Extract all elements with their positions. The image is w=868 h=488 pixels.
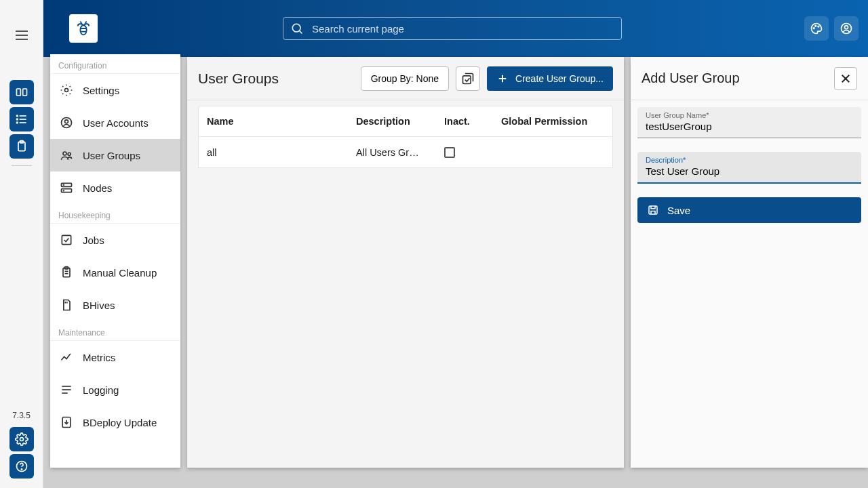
sidebar-item-nodes[interactable]: Nodes [50,171,180,204]
sd-card-icon [60,298,73,312]
group-by-label: Group By: None [371,73,439,84]
theme-button[interactable] [804,16,829,41]
chart-line-icon [60,350,73,364]
svg-point-22 [815,25,816,26]
main-header: User Groups Group By: None Create User G… [187,57,624,100]
sidebar-item-logging[interactable]: Logging [50,373,180,406]
cell-inactive [444,147,501,158]
svg-point-30 [68,152,71,155]
sidebar-item-metrics[interactable]: Metrics [50,341,180,373]
sidebar-item-bhives[interactable]: BHives [50,289,180,321]
account-button[interactable] [834,16,859,41]
check-square-icon [60,233,73,247]
svg-point-23 [818,26,819,27]
user-group-name-input[interactable] [646,119,853,135]
sidebar-item-user-accounts[interactable]: User Accounts [50,106,180,139]
list-icon [15,113,28,126]
svg-point-29 [63,152,66,155]
svg-rect-3 [16,89,20,96]
sidebar-section-maintenance: Maintenance [50,321,180,341]
gear-icon [15,432,28,446]
cell-name: all [207,147,356,158]
table-header-row: Name Description Inact. Global Permissio… [198,106,613,137]
svg-rect-51 [649,206,657,214]
help-icon [15,460,28,473]
sidebar-item-user-groups[interactable]: User Groups [50,139,180,171]
select-all-button[interactable] [456,66,480,91]
user-group-name-field[interactable]: User Group Name* [637,107,861,138]
svg-point-21 [813,28,814,29]
drawer-header: Add User Group [631,57,868,100]
description-field[interactable]: Description* [637,152,861,184]
app-version: 7.3.5 [12,411,31,420]
sidebar-item-label: User Groups [83,150,140,161]
svg-point-19 [292,24,300,32]
save-label: Save [667,205,690,216]
download-box-icon [60,415,73,429]
rail-divider [12,165,32,166]
rail-help-button[interactable] [9,454,34,479]
svg-point-28 [65,120,68,123]
svg-rect-4 [22,89,26,96]
rail-clipboard-button[interactable] [9,134,34,159]
sidebar-item-label: Logging [83,384,119,396]
sidebar-item-label: BDeploy Update [83,417,157,428]
svg-rect-35 [62,235,71,244]
lines-icon [60,383,73,396]
app-logo[interactable] [69,14,98,43]
sidebar-section-housekeeping: Housekeeping [50,204,180,224]
table-row[interactable]: all All Users Gr… [198,137,613,168]
sidebar-item-settings[interactable]: Settings [50,74,180,106]
column-header-inactive[interactable]: Inact. [444,116,501,127]
column-header-name[interactable]: Name [207,116,356,127]
field-label: User Group Name* [646,111,853,119]
svg-point-25 [845,26,848,29]
svg-rect-46 [463,75,471,83]
svg-point-10 [16,122,18,123]
sidebar-item-label: User Accounts [83,117,149,129]
sidebar-item-jobs[interactable]: Jobs [50,224,180,256]
description-input[interactable] [646,164,853,180]
search-input[interactable] [311,22,614,35]
svg-point-16 [80,25,86,35]
bee-icon [74,19,93,38]
close-drawer-button[interactable] [834,67,857,90]
svg-point-26 [65,89,68,92]
sidebar-section-configuration: Configuration [50,54,180,74]
app-bar [43,0,868,57]
clipboard-icon [15,140,28,153]
svg-point-34 [63,190,64,191]
svg-point-8 [16,115,18,117]
rail-workspace-button[interactable] [9,80,34,104]
left-rail: 7.3.5 [0,0,43,488]
sidebar-item-bdeploy-update[interactable]: BDeploy Update [50,406,180,439]
sidebar-item-label: BHives [83,300,115,311]
rail-list-button[interactable] [9,107,34,131]
save-button[interactable]: Save [637,197,861,223]
group-by-button[interactable]: Group By: None [361,66,449,91]
svg-point-15 [21,469,22,470]
user-circle-icon [60,116,73,129]
column-header-global-permission[interactable]: Global Permission [501,116,604,127]
main-panel: User Groups Group By: None Create User G… [187,57,624,468]
workspace-icon [15,85,28,99]
settings-sidebar: Configuration Settings User Accounts Use… [50,54,180,468]
drawer-title: Add User Group [642,70,834,86]
sidebar-item-manual-cleanup[interactable]: Manual Cleanup [50,256,180,289]
search-icon [290,22,304,35]
user-icon [840,22,853,35]
server-icon [60,181,73,195]
add-user-group-drawer: Add User Group User Group Name* Descript… [631,57,868,468]
select-all-icon [461,72,475,85]
rail-settings-button[interactable] [9,427,34,451]
search-box[interactable] [283,17,622,40]
save-icon [647,204,659,216]
users-icon [60,148,73,162]
svg-point-9 [16,119,18,120]
create-user-group-button[interactable]: Create User Group... [487,66,613,91]
page-title: User Groups [198,70,354,87]
hamburger-menu-button[interactable] [9,23,34,47]
column-header-description[interactable]: Description [356,116,444,127]
palette-icon [810,22,823,35]
checkbox-icon[interactable] [444,147,455,158]
